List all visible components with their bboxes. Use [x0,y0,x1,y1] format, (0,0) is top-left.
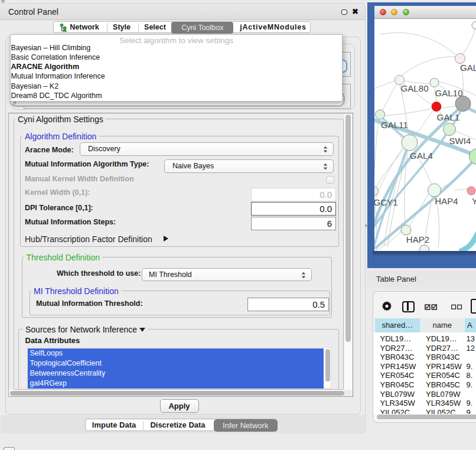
svg-text:GAL11: GAL11 [381,120,408,130]
svg-text:SWI4: SWI4 [449,136,471,146]
svg-text:GAL2: GAL2 [460,63,476,73]
svg-text:GAL80: GAL80 [400,83,428,93]
svg-text:GCY1: GCY1 [374,197,398,207]
svg-text:HAP4: HAP4 [435,196,458,206]
svg-text:GAL10: GAL10 [435,88,462,98]
svg-text:Y: Y [472,196,476,206]
svg-text:HAP2: HAP2 [406,234,430,244]
svg-text:GAL1: GAL1 [437,112,460,122]
svg-text:GAL4: GAL4 [410,151,433,161]
